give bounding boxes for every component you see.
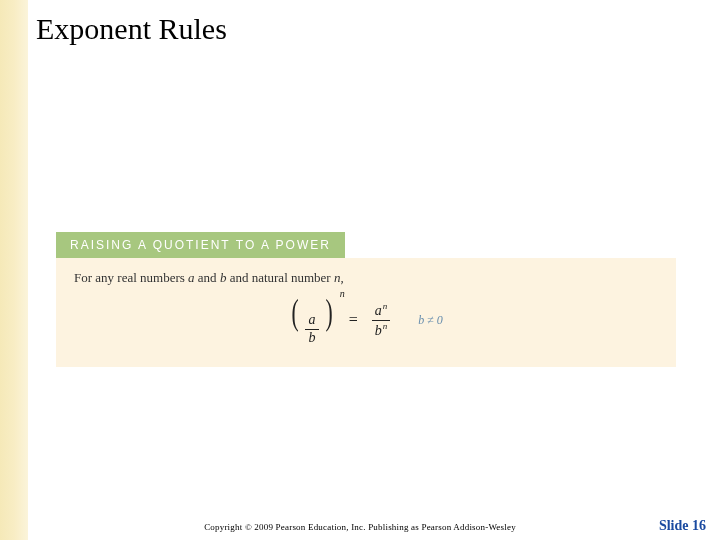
rule-body: For any real numbers a and b and natural… [56, 258, 676, 367]
lhs-den: b [305, 330, 318, 347]
intro-mid: and natural number [226, 270, 334, 285]
rhs-den-exp: n [383, 321, 388, 331]
left-paren-icon: ( [292, 294, 299, 330]
rhs-num-base: a [375, 303, 382, 318]
rhs-den-base: b [375, 322, 382, 337]
footer: Copyright © 2009 Pearson Education, Inc.… [0, 522, 720, 532]
decorative-sidebar [0, 0, 28, 540]
page-title: Exponent Rules [36, 12, 227, 46]
equals-sign: = [349, 311, 358, 329]
lhs-quotient: ( a b ) n [289, 294, 335, 347]
intro-post: , [340, 270, 343, 285]
intro-pre: For any real numbers [74, 270, 188, 285]
rule-header: RAISING A QUOTIENT TO A POWER [56, 232, 345, 258]
rhs-num: an [372, 301, 391, 319]
rule-header-prefix: RAISING A QUOTIENT [70, 238, 231, 252]
lhs-num: a [305, 312, 318, 329]
copyright-text: Copyright © 2009 Pearson Education, Inc.… [204, 522, 516, 532]
rule-box: RAISING A QUOTIENT TO A POWER For any re… [56, 232, 676, 367]
intro-and: and [195, 270, 220, 285]
slide-number: Slide 16 [659, 518, 706, 534]
rhs-num-exp: n [383, 301, 388, 311]
condition: b ≠ 0 [418, 313, 443, 328]
formula: ( a b ) n = an bn [289, 294, 390, 347]
rhs-fraction: an bn [372, 301, 391, 339]
rhs-den: bn [372, 321, 391, 339]
lhs-fraction: a b [305, 312, 319, 347]
slide: Exponent Rules RAISING A QUOTIENT TO A P… [0, 0, 720, 540]
formula-row: ( a b ) n = an bn [74, 294, 658, 347]
rule-header-suffix: TO A POWER [231, 238, 331, 252]
lhs-exponent: n [340, 288, 345, 299]
right-paren-icon: ) [325, 294, 332, 330]
rule-intro: For any real numbers a and b and natural… [74, 270, 658, 286]
